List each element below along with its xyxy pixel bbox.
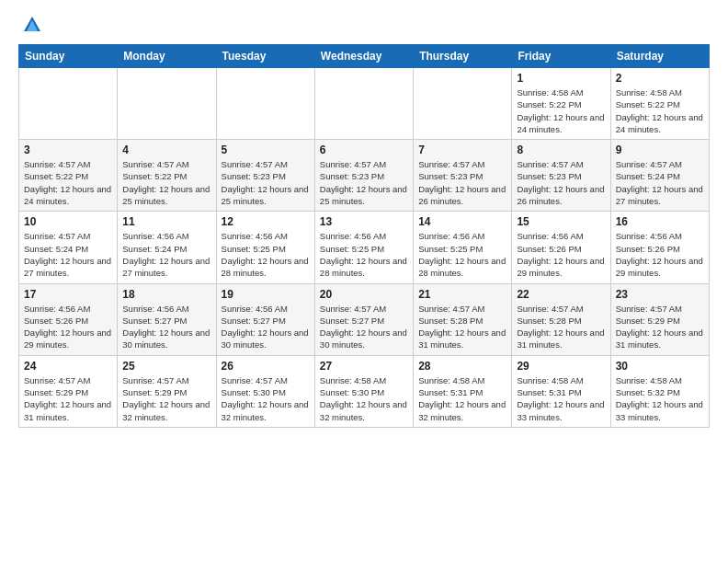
day-number: 14 (418, 215, 506, 228)
calendar-cell: 9Sunrise: 4:57 AM Sunset: 5:24 PM Daylig… (610, 140, 709, 212)
day-info: Sunrise: 4:58 AM Sunset: 5:30 PM Dayligh… (320, 374, 408, 423)
day-number: 6 (320, 144, 408, 156)
day-number: 27 (320, 360, 408, 373)
calendar-cell: 12Sunrise: 4:56 AM Sunset: 5:25 PM Dayli… (216, 212, 314, 283)
calendar-cell: 8Sunrise: 4:57 AM Sunset: 5:23 PM Daylig… (512, 140, 610, 212)
calendar-cell: 11Sunrise: 4:56 AM Sunset: 5:24 PM Dayli… (118, 212, 216, 283)
calendar-cell: 24Sunrise: 4:57 AM Sunset: 5:29 PM Dayli… (19, 355, 118, 427)
day-info: Sunrise: 4:58 AM Sunset: 5:31 PM Dayligh… (517, 374, 605, 423)
day-number: 8 (517, 144, 605, 156)
day-number: 28 (418, 360, 506, 373)
weekday-header-friday: Friday (512, 45, 610, 68)
weekday-header-saturday: Saturday (610, 45, 709, 68)
day-info: Sunrise: 4:57 AM Sunset: 5:24 PM Dayligh… (616, 158, 704, 207)
calendar-cell: 22Sunrise: 4:57 AM Sunset: 5:28 PM Dayli… (512, 283, 610, 355)
day-number: 16 (616, 215, 704, 228)
day-number: 11 (122, 215, 210, 228)
day-info: Sunrise: 4:56 AM Sunset: 5:24 PM Dayligh… (122, 230, 210, 279)
calendar-week-3: 10Sunrise: 4:57 AM Sunset: 5:24 PM Dayli… (19, 212, 710, 283)
weekday-header-wednesday: Wednesday (314, 45, 413, 68)
calendar-cell: 10Sunrise: 4:57 AM Sunset: 5:24 PM Dayli… (19, 212, 118, 283)
day-number: 29 (517, 360, 605, 373)
calendar-table: SundayMondayTuesdayWednesdayThursdayFrid… (18, 44, 710, 428)
calendar-cell: 13Sunrise: 4:56 AM Sunset: 5:25 PM Dayli… (314, 212, 413, 283)
weekday-header-sunday: Sunday (19, 45, 118, 68)
day-number: 19 (222, 288, 310, 301)
calendar-cell: 7Sunrise: 4:57 AM Sunset: 5:23 PM Daylig… (414, 140, 512, 212)
day-number: 5 (222, 144, 310, 156)
day-info: Sunrise: 4:57 AM Sunset: 5:22 PM Dayligh… (122, 158, 210, 207)
day-info: Sunrise: 4:56 AM Sunset: 5:25 PM Dayligh… (418, 230, 506, 279)
day-info: Sunrise: 4:57 AM Sunset: 5:24 PM Dayligh… (24, 230, 112, 279)
day-number: 9 (616, 144, 704, 156)
day-info: Sunrise: 4:57 AM Sunset: 5:23 PM Dayligh… (418, 158, 506, 207)
day-info: Sunrise: 4:56 AM Sunset: 5:26 PM Dayligh… (24, 303, 112, 351)
weekday-header-monday: Monday (118, 45, 216, 68)
calendar-header-row: SundayMondayTuesdayWednesdayThursdayFrid… (19, 45, 710, 68)
day-number: 20 (320, 288, 408, 301)
day-number: 10 (24, 215, 112, 228)
day-number: 22 (517, 288, 605, 301)
day-info: Sunrise: 4:57 AM Sunset: 5:29 PM Dayligh… (616, 303, 704, 351)
calendar-cell: 28Sunrise: 4:58 AM Sunset: 5:31 PM Dayli… (414, 355, 512, 427)
calendar-week-1: 1Sunrise: 4:58 AM Sunset: 5:22 PM Daylig… (19, 68, 710, 140)
calendar-cell (19, 68, 118, 140)
day-info: Sunrise: 4:57 AM Sunset: 5:23 PM Dayligh… (222, 158, 310, 207)
calendar-cell: 5Sunrise: 4:57 AM Sunset: 5:23 PM Daylig… (216, 140, 314, 212)
calendar-cell: 15Sunrise: 4:56 AM Sunset: 5:26 PM Dayli… (512, 212, 610, 283)
day-info: Sunrise: 4:58 AM Sunset: 5:22 PM Dayligh… (517, 86, 605, 135)
calendar-cell: 6Sunrise: 4:57 AM Sunset: 5:23 PM Daylig… (314, 140, 413, 212)
calendar-cell: 4Sunrise: 4:57 AM Sunset: 5:22 PM Daylig… (118, 140, 216, 212)
header (18, 15, 710, 35)
calendar-cell (118, 68, 216, 140)
day-number: 26 (222, 360, 310, 373)
day-info: Sunrise: 4:56 AM Sunset: 5:27 PM Dayligh… (222, 303, 310, 351)
day-number: 4 (122, 144, 210, 156)
calendar-cell: 25Sunrise: 4:57 AM Sunset: 5:29 PM Dayli… (118, 355, 216, 427)
day-number: 23 (616, 288, 704, 301)
day-number: 18 (122, 288, 210, 301)
day-number: 3 (24, 144, 112, 156)
day-info: Sunrise: 4:56 AM Sunset: 5:27 PM Dayligh… (122, 303, 210, 351)
day-info: Sunrise: 4:57 AM Sunset: 5:29 PM Dayligh… (122, 374, 210, 423)
weekday-header-tuesday: Tuesday (216, 45, 314, 68)
calendar-week-2: 3Sunrise: 4:57 AM Sunset: 5:22 PM Daylig… (19, 140, 710, 212)
calendar-cell: 17Sunrise: 4:56 AM Sunset: 5:26 PM Dayli… (19, 283, 118, 355)
day-number: 12 (222, 215, 310, 228)
day-number: 21 (418, 288, 506, 301)
day-info: Sunrise: 4:56 AM Sunset: 5:26 PM Dayligh… (616, 230, 704, 279)
weekday-header-thursday: Thursday (414, 45, 512, 68)
day-info: Sunrise: 4:57 AM Sunset: 5:28 PM Dayligh… (418, 303, 506, 351)
day-info: Sunrise: 4:57 AM Sunset: 5:29 PM Dayligh… (24, 374, 112, 423)
calendar-cell: 14Sunrise: 4:56 AM Sunset: 5:25 PM Dayli… (414, 212, 512, 283)
calendar-cell: 26Sunrise: 4:57 AM Sunset: 5:30 PM Dayli… (216, 355, 314, 427)
day-info: Sunrise: 4:56 AM Sunset: 5:26 PM Dayligh… (517, 230, 605, 279)
calendar-cell: 23Sunrise: 4:57 AM Sunset: 5:29 PM Dayli… (610, 283, 709, 355)
day-number: 13 (320, 215, 408, 228)
calendar-cell: 29Sunrise: 4:58 AM Sunset: 5:31 PM Dayli… (512, 355, 610, 427)
day-info: Sunrise: 4:58 AM Sunset: 5:22 PM Dayligh… (616, 86, 704, 135)
day-number: 25 (122, 360, 210, 373)
day-info: Sunrise: 4:57 AM Sunset: 5:23 PM Dayligh… (517, 158, 605, 207)
day-info: Sunrise: 4:57 AM Sunset: 5:28 PM Dayligh… (517, 303, 605, 351)
calendar-cell: 21Sunrise: 4:57 AM Sunset: 5:28 PM Dayli… (414, 283, 512, 355)
calendar-cell: 30Sunrise: 4:58 AM Sunset: 5:32 PM Dayli… (610, 355, 709, 427)
calendar-cell: 3Sunrise: 4:57 AM Sunset: 5:22 PM Daylig… (19, 140, 118, 212)
day-info: Sunrise: 4:57 AM Sunset: 5:27 PM Dayligh… (320, 303, 408, 351)
day-info: Sunrise: 4:56 AM Sunset: 5:25 PM Dayligh… (222, 230, 310, 279)
calendar-cell: 19Sunrise: 4:56 AM Sunset: 5:27 PM Dayli… (216, 283, 314, 355)
day-number: 2 (616, 72, 704, 85)
day-number: 15 (517, 215, 605, 228)
calendar-week-4: 17Sunrise: 4:56 AM Sunset: 5:26 PM Dayli… (19, 283, 710, 355)
day-number: 1 (517, 72, 605, 85)
calendar-week-5: 24Sunrise: 4:57 AM Sunset: 5:29 PM Dayli… (19, 355, 710, 427)
day-number: 17 (24, 288, 112, 301)
calendar-cell: 18Sunrise: 4:56 AM Sunset: 5:27 PM Dayli… (118, 283, 216, 355)
day-info: Sunrise: 4:57 AM Sunset: 5:23 PM Dayligh… (320, 158, 408, 207)
day-info: Sunrise: 4:57 AM Sunset: 5:30 PM Dayligh… (222, 374, 310, 423)
day-number: 7 (418, 144, 506, 156)
logo-icon (22, 15, 42, 35)
calendar-cell (414, 68, 512, 140)
calendar-cell: 20Sunrise: 4:57 AM Sunset: 5:27 PM Dayli… (314, 283, 413, 355)
page: SundayMondayTuesdayWednesdayThursdayFrid… (0, 0, 728, 563)
